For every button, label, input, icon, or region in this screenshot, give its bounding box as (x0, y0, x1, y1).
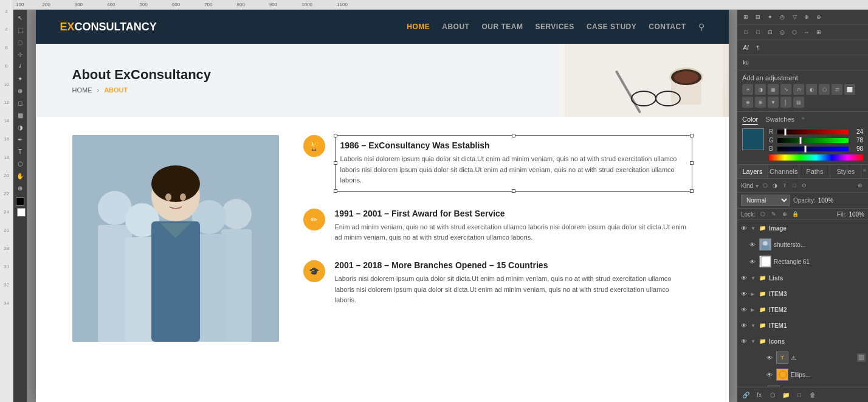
add-style-icon[interactable]: fx (754, 390, 764, 400)
blue-slider-thumb[interactable] (804, 145, 807, 153)
new-group-icon[interactable]: 📁 (781, 390, 791, 400)
layer-text-warning[interactable]: 👁 T ⚠ (737, 349, 868, 366)
item2-eye[interactable]: 👁 (740, 305, 748, 314)
pen-tool[interactable]: ✒ (15, 134, 26, 145)
item3-arrow[interactable] (751, 291, 756, 297)
adj-photofilter[interactable]: ⊕ (742, 97, 753, 108)
red-slider-track[interactable] (777, 130, 849, 134)
move-tool[interactable]: ↖ (15, 12, 26, 23)
selection-handle-tl[interactable] (334, 134, 337, 137)
selection-handle-bc[interactable] (512, 189, 515, 193)
rp-icon-13[interactable]: ↔ (802, 27, 811, 37)
rect61-eye[interactable]: 👁 (748, 257, 757, 266)
adj-saturation[interactable]: ⬡ (819, 84, 830, 95)
clone-tool[interactable]: ⊕ (15, 85, 26, 96)
filter-shape[interactable]: □ (790, 181, 799, 190)
lock-position-icon[interactable]: ✎ (770, 210, 777, 218)
ellips-eye[interactable]: 👁 (765, 370, 774, 379)
image-group-eye[interactable]: 👁 (740, 224, 748, 232)
breadcrumb-home[interactable]: HOME (72, 86, 92, 94)
color-spectrum[interactable] (769, 154, 863, 161)
lists-group-arrow[interactable] (751, 276, 756, 281)
selection-handle-tc[interactable] (512, 134, 515, 137)
rp-icon-7[interactable]: ⊖ (814, 12, 824, 22)
item3-eye[interactable]: 👁 (740, 289, 748, 298)
new-layer-icon[interactable]: □ (794, 390, 804, 400)
blend-mode-select[interactable]: Normal (741, 195, 790, 206)
adj-gradient[interactable]: ▤ (793, 97, 804, 108)
selection-handle-mr[interactable] (690, 161, 694, 165)
selection-handle-bl[interactable] (334, 189, 337, 193)
item1-arrow[interactable] (751, 323, 756, 328)
text-tool[interactable]: T (15, 146, 26, 157)
eraser-tool[interactable]: ◻ (15, 97, 26, 108)
rp-icon-2[interactable]: ⊟ (753, 12, 763, 22)
tab-paths[interactable]: Paths (799, 165, 830, 178)
tab-layers[interactable]: Layers (737, 165, 768, 178)
rp-icon-8[interactable]: □ (741, 27, 751, 37)
brush-tool[interactable]: ✦ (15, 73, 26, 84)
rp-icon-ku[interactable]: ku (741, 58, 751, 68)
selection-handle-br[interactable] (690, 189, 694, 193)
foreground-color[interactable] (16, 197, 24, 206)
web-canvas[interactable]: EXCONSULTANCY HOME ABOUT OUR TEAM SERVIC… (27, 10, 737, 402)
filter-smart[interactable]: ⊙ (800, 181, 808, 190)
crop-tool[interactable]: ⊹ (15, 49, 26, 60)
rp-icon-14[interactable]: ⊞ (814, 27, 824, 37)
item2-group-header[interactable]: 👁 📁 ITEM2 (737, 302, 868, 317)
red-slider-thumb[interactable] (784, 128, 787, 136)
icons-group-arrow[interactable] (751, 339, 756, 344)
rp-icon-4[interactable]: ◎ (777, 12, 787, 22)
nav-our-team[interactable]: OUR TEAM (481, 23, 523, 31)
nav-case-study[interactable]: CASE STUDY (587, 23, 636, 31)
selection-handle-tr[interactable] (690, 134, 694, 137)
icons-group-header[interactable]: 👁 📁 Icons (737, 333, 868, 349)
rp-icon-10[interactable]: ⊡ (765, 27, 775, 37)
search-icon[interactable]: ⚲ (698, 22, 704, 32)
adj-threshold[interactable]: │ (780, 97, 791, 108)
eyedropper-tool[interactable]: 𝒊 (15, 61, 26, 72)
rp-icon-6[interactable]: ⊕ (802, 12, 811, 22)
path-tool[interactable]: ⬡ (15, 158, 26, 169)
adj-exposure[interactable]: ⊙ (793, 84, 804, 95)
layer-rectangle61[interactable]: 👁 Rectangle 61 (737, 253, 868, 270)
kind-dropdown[interactable]: ▾ (756, 182, 759, 189)
adj-levels[interactable]: ▦ (768, 84, 779, 95)
nav-about[interactable]: ABOUT (442, 23, 469, 31)
background-color[interactable] (17, 208, 26, 217)
icons-group-eye[interactable]: 👁 (740, 337, 748, 345)
image-group-header[interactable]: 👁 📁 Image (737, 220, 868, 236)
adj-brightness[interactable]: ☀ (742, 84, 753, 95)
rp-icon-5[interactable]: ▽ (790, 12, 799, 22)
layer-ellips[interactable]: 👁 Ellips... (737, 366, 868, 383)
green-slider-thumb[interactable] (799, 137, 802, 144)
nav-services[interactable]: SERVICES (535, 23, 574, 31)
add-mask-icon[interactable]: ⬡ (768, 390, 777, 400)
image-group-arrow[interactable] (751, 226, 756, 231)
rp-icon-3[interactable]: ✦ (765, 12, 775, 22)
lists-group-eye[interactable]: 👁 (740, 274, 748, 282)
adj-hue[interactable]: ◐ (806, 84, 817, 95)
rp-icon-11[interactable]: ◎ (777, 27, 787, 37)
rp-icon-ai[interactable]: AI (741, 43, 751, 52)
delete-layer-icon[interactable]: 🗑 (808, 390, 818, 400)
color-swatch[interactable] (742, 128, 764, 150)
filter-toggle[interactable]: ⊕ (856, 181, 864, 190)
nav-home[interactable]: HOME (407, 23, 430, 31)
dodge-tool[interactable]: ◑ (15, 122, 26, 133)
gradient-tool[interactable]: ▦ (15, 109, 26, 120)
adj-channelmix[interactable]: ⊞ (755, 97, 766, 108)
swatches-tab[interactable]: Swatches (765, 116, 794, 125)
adj-colorbalance[interactable]: ⚖ (832, 84, 842, 95)
adj-posterize[interactable]: ▼ (768, 97, 779, 108)
text-warning-eye[interactable]: 👁 (765, 353, 774, 362)
hand-tool[interactable]: ✋ (15, 170, 26, 181)
item1-eye[interactable]: 👁 (740, 321, 748, 330)
filter-adjust[interactable]: ◑ (771, 181, 779, 190)
item1-group-header[interactable]: 👁 📁 ITEM1 (737, 317, 868, 333)
adj-bw[interactable]: ⬜ (844, 84, 855, 95)
link-layers-icon[interactable]: 🔗 (741, 390, 751, 400)
lock-artboard-icon[interactable]: ⊕ (781, 210, 788, 218)
layer-shutterstock[interactable]: 👁 shuttersto... (737, 236, 868, 253)
item2-arrow[interactable] (751, 307, 756, 313)
